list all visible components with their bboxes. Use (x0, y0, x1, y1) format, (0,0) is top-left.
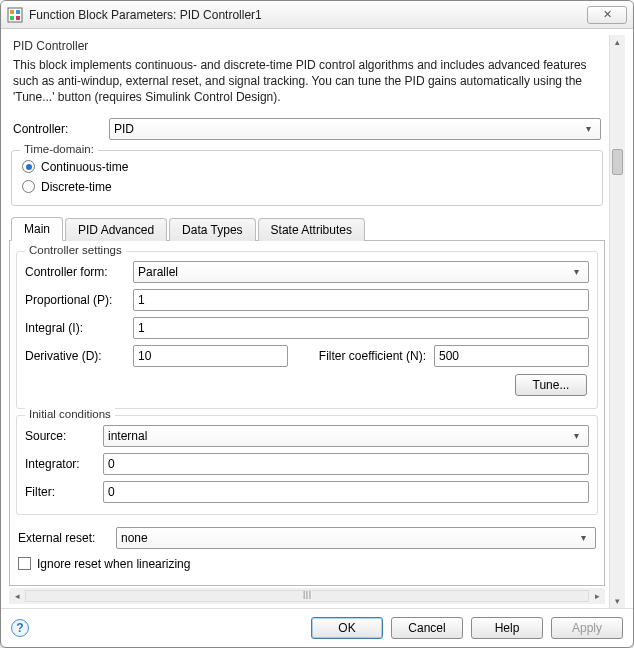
titlebar: Function Block Parameters: PID Controlle… (1, 1, 633, 29)
horizontal-scrollbar[interactable]: ◂ III ▸ (9, 588, 605, 604)
dialog-window: Function Block Parameters: PID Controlle… (0, 0, 634, 648)
radio-label: Continuous-time (41, 160, 128, 174)
svg-rect-3 (10, 16, 14, 20)
checkbox-icon (18, 557, 31, 570)
chevron-down-icon: ▾ (568, 266, 584, 277)
content-area: PID Controller This block implements con… (1, 29, 633, 608)
tab-panel-main: Controller settings Controller form: Par… (9, 241, 605, 586)
i-input[interactable]: 1 (133, 317, 589, 339)
app-icon (7, 7, 23, 23)
ok-button[interactable]: OK (311, 617, 383, 639)
i-value: 1 (138, 321, 145, 335)
n-value: 500 (439, 349, 459, 363)
tab-data-types[interactable]: Data Types (169, 218, 255, 241)
scroll-right-icon[interactable]: ▸ (589, 589, 605, 603)
controller-settings-group: Controller settings Controller form: Par… (16, 251, 598, 409)
main-scroll: PID Controller This block implements con… (9, 35, 609, 608)
window-title: Function Block Parameters: PID Controlle… (29, 8, 587, 22)
initial-conditions-legend: Initial conditions (25, 408, 115, 420)
filter-value: 0 (108, 485, 115, 499)
scroll-down-icon[interactable]: ▾ (611, 594, 625, 608)
dialog-footer: ? OK Cancel Help Apply (1, 608, 633, 647)
vertical-scrollbar[interactable]: ▴ ▾ (609, 35, 625, 608)
controller-label: Controller: (13, 122, 103, 136)
controller-form-select[interactable]: Parallel ▾ (133, 261, 589, 283)
source-value: internal (108, 429, 147, 443)
external-reset-select[interactable]: none ▾ (116, 527, 596, 549)
chevron-down-icon: ▾ (580, 123, 596, 134)
svg-rect-1 (10, 10, 14, 14)
controller-settings-legend: Controller settings (25, 244, 126, 256)
external-reset-label: External reset: (18, 531, 108, 545)
ignore-reset-label: Ignore reset when linearizing (37, 557, 190, 571)
tab-state-attributes[interactable]: State Attributes (258, 218, 365, 241)
close-button[interactable]: ✕ (587, 6, 627, 24)
time-domain-group: Time-domain: Continuous-time Discrete-ti… (11, 150, 603, 206)
radio-discrete[interactable]: Discrete-time (20, 177, 594, 197)
help-icon[interactable]: ? (11, 619, 29, 637)
controller-row: Controller: PID ▾ (9, 114, 605, 144)
help-button[interactable]: Help (471, 617, 543, 639)
block-description: This block implements continuous- and di… (9, 55, 605, 114)
initial-conditions-group: Initial conditions Source: internal ▾ In… (16, 415, 598, 515)
svg-rect-2 (16, 10, 20, 14)
controller-value: PID (114, 122, 134, 136)
chevron-down-icon: ▾ (568, 430, 584, 441)
n-label: Filter coefficient (N): (296, 349, 426, 363)
filter-label: Filter: (25, 485, 95, 499)
radio-icon (22, 160, 35, 173)
i-label: Integral (I): (25, 321, 125, 335)
section-title: PID Controller (9, 35, 605, 55)
scroll-up-icon[interactable]: ▴ (611, 35, 625, 49)
external-reset-value: none (121, 531, 148, 545)
scroll-wrap: PID Controller This block implements con… (9, 35, 625, 608)
integrator-input[interactable]: 0 (103, 453, 589, 475)
integrator-label: Integrator: (25, 457, 95, 471)
scroll-left-icon[interactable]: ◂ (9, 589, 25, 603)
source-label: Source: (25, 429, 95, 443)
close-icon: ✕ (603, 8, 612, 21)
svg-rect-4 (16, 16, 20, 20)
cancel-button[interactable]: Cancel (391, 617, 463, 639)
chevron-down-icon: ▾ (575, 532, 591, 543)
controller-form-value: Parallel (138, 265, 178, 279)
d-value: 10 (138, 349, 151, 363)
d-input[interactable]: 10 (133, 345, 288, 367)
p-input[interactable]: 1 (133, 289, 589, 311)
tune-button[interactable]: Tune... (515, 374, 587, 396)
p-value: 1 (138, 293, 145, 307)
hscroll-track[interactable]: III (25, 590, 589, 602)
time-domain-legend: Time-domain: (20, 143, 98, 155)
radio-icon (22, 180, 35, 193)
tab-pid-advanced[interactable]: PID Advanced (65, 218, 167, 241)
p-label: Proportional (P): (25, 293, 125, 307)
radio-label: Discrete-time (41, 180, 112, 194)
tab-main[interactable]: Main (11, 217, 63, 241)
vscroll-thumb[interactable] (612, 149, 623, 175)
controller-form-label: Controller form: (25, 265, 125, 279)
controller-select[interactable]: PID ▾ (109, 118, 601, 140)
filter-input[interactable]: 0 (103, 481, 589, 503)
n-input[interactable]: 500 (434, 345, 589, 367)
tab-strip: Main PID Advanced Data Types State Attri… (9, 216, 605, 241)
apply-button[interactable]: Apply (551, 617, 623, 639)
source-select[interactable]: internal ▾ (103, 425, 589, 447)
integrator-value: 0 (108, 457, 115, 471)
radio-continuous[interactable]: Continuous-time (20, 157, 594, 177)
vscroll-track[interactable] (610, 49, 625, 594)
ignore-reset-checkbox-row[interactable]: Ignore reset when linearizing (14, 555, 600, 577)
d-label: Derivative (D): (25, 349, 125, 363)
